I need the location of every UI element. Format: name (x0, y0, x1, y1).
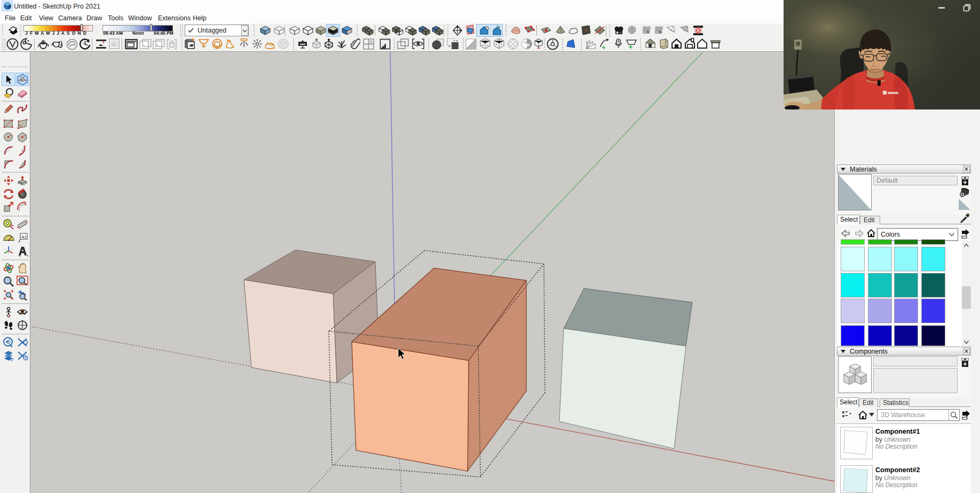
svg-text:A1: A1 (21, 234, 27, 239)
